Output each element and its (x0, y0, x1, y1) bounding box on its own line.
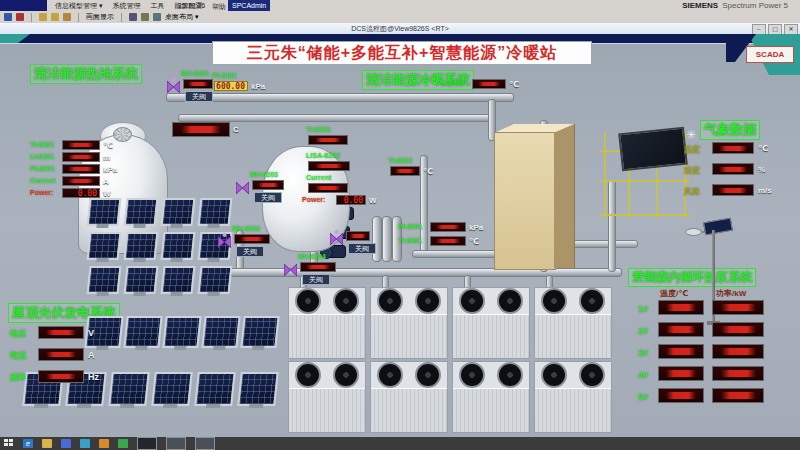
fan-icon (333, 362, 359, 388)
anemometer-icon: ✳ (684, 128, 698, 142)
pi-6201-label: PI-6201 (30, 165, 55, 172)
ti-6201-display (62, 140, 100, 150)
menu-item-1[interactable]: 系统管理 (112, 1, 140, 11)
tool-icon-3[interactable] (39, 13, 47, 21)
mv-6203-close-valve-button[interactable]: 关阀 (254, 192, 282, 203)
heat-pump-unit[interactable] (534, 287, 612, 359)
heat-pump-unit[interactable] (370, 361, 448, 433)
toolbar-separator (78, 13, 79, 22)
heat-pump-fins (453, 314, 529, 358)
mv-6201-valve-icon[interactable] (167, 78, 180, 93)
window-preview-1[interactable] (137, 437, 157, 450)
heat-pump-unit[interactable] (370, 287, 448, 359)
heat-pump-unit[interactable] (452, 361, 530, 433)
view-menu[interactable]: 画面显示 (86, 12, 114, 22)
folder-icon[interactable] (42, 439, 52, 448)
media-app-icon[interactable] (99, 439, 109, 448)
ti-6201-unit: ℃ (103, 141, 113, 150)
mv-6206-valve-icon[interactable] (330, 230, 343, 245)
heat-pump-unit[interactable] (452, 287, 530, 359)
ti-6302-label: TI-6302 (388, 157, 412, 164)
display-icon[interactable] (80, 439, 90, 448)
mv-6206-close-valve-button[interactable]: 关阀 (348, 243, 376, 254)
mv-6202-close-valve-button[interactable]: 关阀 (236, 246, 264, 257)
tool-icon-2[interactable] (16, 13, 24, 21)
fan-icon (333, 288, 359, 314)
solar-panel (87, 198, 122, 226)
current-1-display (62, 176, 100, 186)
start-button[interactable] (4, 439, 14, 448)
tool-icon-6[interactable] (129, 13, 137, 21)
menu-item-2[interactable]: 工具 (150, 1, 164, 11)
ti-6303-unit: ℃ (509, 80, 519, 89)
heat-pump-top (289, 362, 365, 389)
pv-0-label: 电压 (10, 328, 26, 339)
mv-6204-close-valve-button[interactable]: 关阀 (302, 274, 330, 285)
fan-icon (377, 288, 403, 314)
lisa-6202-label: LISA-6202 (306, 152, 340, 159)
fan-icon (497, 362, 523, 388)
boiler-cabinet[interactable] (494, 132, 556, 270)
pv-0-display (38, 326, 84, 339)
window-preview-2[interactable] (166, 437, 186, 450)
mv-6202-valve-icon[interactable] (218, 233, 231, 248)
tool-icon-1[interactable] (4, 13, 12, 21)
solar-panel (87, 232, 122, 260)
power-2-unit: W (369, 196, 377, 205)
heat-pump-top (535, 288, 611, 315)
brand: SIEMENSSpectrum Power 5 (682, 1, 788, 10)
window-tab[interactable] (0, 0, 47, 11)
scada-button[interactable]: SCADA (746, 46, 794, 63)
solar-panel (124, 198, 159, 226)
pi-6301-unit: kPa (469, 223, 483, 232)
section-weather: 气象数据 (700, 120, 760, 140)
fan-icon (541, 362, 567, 388)
heat-pump-unit[interactable] (288, 287, 366, 359)
mv-6203-valve-icon[interactable] (236, 179, 249, 194)
solar-panel (194, 372, 236, 406)
mv-6201-close-valve-button[interactable]: 关阀 (185, 91, 213, 102)
toolbar-separator (31, 13, 32, 22)
ti-6303-label: TI-6303 (440, 80, 464, 87)
street-lamp-head (685, 228, 702, 236)
ti-6301-display (430, 236, 466, 246)
menu-item-0[interactable]: 信息模型管理 ▾ (55, 1, 102, 11)
mv-6204-label: MV-6204 (298, 253, 326, 260)
tool-icon-5[interactable] (63, 13, 71, 21)
hp-row-3-power-display (712, 344, 764, 359)
fan-icon (459, 288, 485, 314)
solar-panel (237, 372, 279, 406)
mv-6204-valve-icon[interactable] (284, 261, 297, 276)
solar-panel (123, 316, 162, 348)
pipe (178, 114, 490, 122)
solar-panel (161, 198, 196, 226)
power-2-label: Power: (302, 196, 325, 203)
desktop-menu[interactable]: 桌面布局 ▾ (165, 12, 198, 22)
tool-icon-8[interactable] (153, 13, 161, 21)
heat-pump-unit[interactable] (288, 361, 366, 433)
hp-row-2-temp-display (658, 322, 704, 337)
heat-pump-unit[interactable] (534, 361, 612, 433)
toolbar-separator (121, 13, 122, 22)
current-1-label: Current (30, 177, 55, 184)
brand-name: SIEMENS (682, 1, 718, 10)
mv-6203-label: MV-6203 (250, 171, 278, 178)
tool-icon-4[interactable] (51, 13, 59, 21)
green-app-icon[interactable] (118, 439, 128, 448)
computer-icon[interactable] (61, 439, 71, 448)
ti-6201-label: TI-6201 (30, 141, 54, 148)
li-6201-unit: m (103, 153, 110, 162)
window-preview-3[interactable] (195, 437, 215, 450)
user-badge[interactable]: SPCAdmin (228, 0, 270, 11)
ti-6302-display (390, 166, 420, 176)
ie-browser-icon[interactable]: e (23, 439, 33, 448)
pv-2-display (38, 370, 84, 383)
tool-icon-7[interactable] (141, 13, 149, 21)
pv-2-label: 频率 (10, 372, 26, 383)
hp-row-2-label: 2# (638, 326, 648, 336)
mv-6204-display (300, 262, 336, 272)
pi-6301-label: PI-6301 (398, 223, 423, 230)
current-2-label: Current (306, 174, 331, 181)
heat-pump-top (371, 288, 447, 315)
heat-pump-fins (289, 314, 365, 358)
